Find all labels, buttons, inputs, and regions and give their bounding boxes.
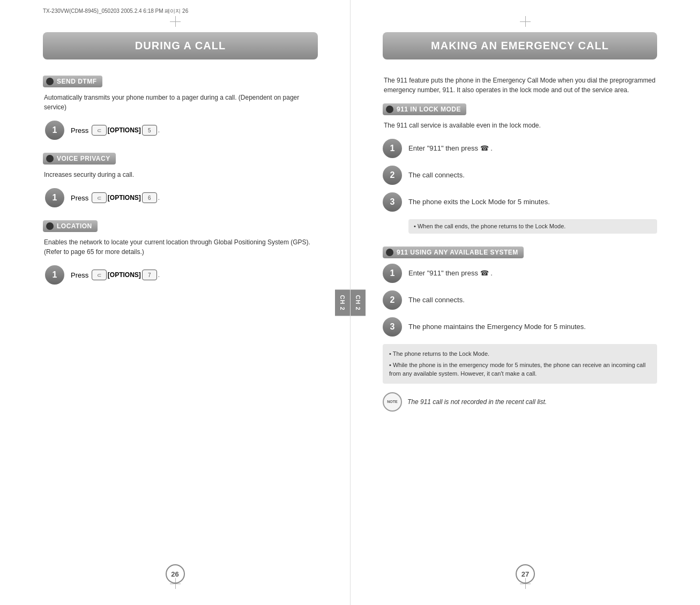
any-step-circle-1: 1 <box>383 264 402 283</box>
lock-step-text-2: The call connects. <box>408 170 465 180</box>
911-lock-mode-section: 911 IN LOCK MODE The 911 call service is… <box>383 103 657 234</box>
options-label-2: [OPTIONS] <box>108 194 141 201</box>
dot-3: . <box>158 271 160 279</box>
note-badge-icon: NOTE <box>383 392 402 412</box>
lock-step-circle-1: 1 <box>383 139 402 158</box>
location-step: 1 Press ⊂ [OPTIONS] 7 . <box>43 265 318 285</box>
voice-privacy-desc: Increases security during a call. <box>43 170 318 180</box>
any-system-note-1: The phone returns to the Lock Mode. <box>389 348 651 360</box>
crosshair-top-right <box>520 16 531 27</box>
location-section: LOCATION Enables the network to locate y… <box>43 220 318 285</box>
section-dot-3 <box>46 222 54 230</box>
right-page-intro: The 911 feature puts the phone in the Em… <box>383 76 657 95</box>
right-page-title: MAKING AN EMERGENCY CALL <box>383 32 657 59</box>
options-btn-icon-2: ⊂ <box>92 192 107 203</box>
section-dot-2 <box>46 155 54 162</box>
right-page: CH 2 MAKING AN EMERGENCY CALL The 911 fe… <box>350 0 700 605</box>
any-step-3: 3 The phone maintains the Emergency Mode… <box>383 317 657 337</box>
chapter-tab-right: CH 2 <box>351 289 366 316</box>
page-number-left: 26 <box>166 564 185 584</box>
send-dtmf-header: SEND DTMF <box>43 76 102 87</box>
num-btn-1: 5 <box>142 125 157 136</box>
options-label-1: [OPTIONS] <box>108 126 141 134</box>
note-badge-row: NOTE The 911 call is not recorded in the… <box>383 392 657 412</box>
options-btn-icon-1: ⊂ <box>92 125 107 136</box>
location-header: LOCATION <box>43 220 98 232</box>
any-step-text-3: The phone maintains the Emergency Mode f… <box>408 322 586 332</box>
step-circle-3: 1 <box>45 265 64 285</box>
press-text-3: Press <box>71 271 88 279</box>
911-lock-desc: The 911 call service is available even i… <box>383 121 657 130</box>
num-btn-2: 6 <box>142 192 157 203</box>
any-step-circle-3: 3 <box>383 317 402 337</box>
lock-mode-note: When the call ends, the phone returns to… <box>408 219 657 234</box>
lock-step-1: 1 Enter "911" then press ☎ . <box>383 139 657 158</box>
page-number-right: 27 <box>516 564 535 584</box>
lock-step-3: 3 The phone exits the Lock Mode for 5 mi… <box>383 192 657 212</box>
voice-privacy-step: 1 Press ⊂ [OPTIONS] 6 . <box>43 188 318 207</box>
any-system-note-2: While the phone is in the emergency mode… <box>389 360 651 379</box>
step-circle-2: 1 <box>45 188 64 207</box>
dot-2: . <box>158 194 160 201</box>
lock-step-text-3: The phone exits the Lock Mode for 5 minu… <box>408 197 550 207</box>
lock-step-circle-3: 3 <box>383 192 402 212</box>
lock-step-text-1: Enter "911" then press ☎ . <box>408 144 493 153</box>
section-dot <box>46 78 54 85</box>
voice-privacy-header: VOICE PRIVACY <box>43 153 116 165</box>
send-dtmf-step: 1 Press ⊂ [OPTIONS] 5 . <box>43 121 318 140</box>
dot-1: . <box>158 126 160 134</box>
press-text-1: Press <box>71 126 88 135</box>
press-text-2: Press <box>71 194 88 202</box>
any-step-circle-2: 2 <box>383 290 402 310</box>
lock-step-circle-2: 2 <box>383 166 402 185</box>
num-btn-3: 7 <box>142 270 157 280</box>
any-step-2: 2 The call connects. <box>383 290 657 310</box>
any-step-text-1: Enter "911" then press ☎ . <box>408 268 493 278</box>
file-header: TX-230VW(CDM-8945)_050203 2005.2.4 6:18 … <box>43 8 188 15</box>
left-page-title: DURING A CALL <box>43 32 318 59</box>
crosshair-top-left <box>170 16 181 27</box>
911-any-system-section: 911 USING ANY AVAILABLE SYSTEM 1 Enter "… <box>383 247 657 412</box>
911-lock-mode-header: 911 IN LOCK MODE <box>383 103 466 115</box>
chapter-tab-left: CH 2 <box>335 289 350 316</box>
lock-step-2: 2 The call connects. <box>383 166 657 185</box>
note-badge-text: The 911 call is not recorded in the rece… <box>407 398 547 406</box>
any-step-text-2: The call connects. <box>408 295 465 305</box>
section-dot-4 <box>386 106 393 113</box>
911-any-system-header: 911 USING ANY AVAILABLE SYSTEM <box>383 247 524 258</box>
options-btn-icon-3: ⊂ <box>92 270 107 280</box>
any-system-note-box: The phone returns to the Lock Mode. Whil… <box>383 344 657 384</box>
voice-privacy-section: VOICE PRIVACY Increases security during … <box>43 153 318 207</box>
location-desc: Enables the network to locate your curre… <box>43 237 318 257</box>
send-dtmf-desc: Automatically transmits your phone numbe… <box>43 93 318 112</box>
send-dtmf-section: SEND DTMF Automatically transmits your p… <box>43 76 318 140</box>
section-dot-5 <box>386 249 393 256</box>
step-circle-1: 1 <box>45 121 64 140</box>
options-label-3: [OPTIONS] <box>108 271 141 279</box>
left-page: TX-230VW(CDM-8945)_050203 2005.2.4 6:18 … <box>0 0 350 605</box>
any-step-1: 1 Enter "911" then press ☎ . <box>383 264 657 283</box>
